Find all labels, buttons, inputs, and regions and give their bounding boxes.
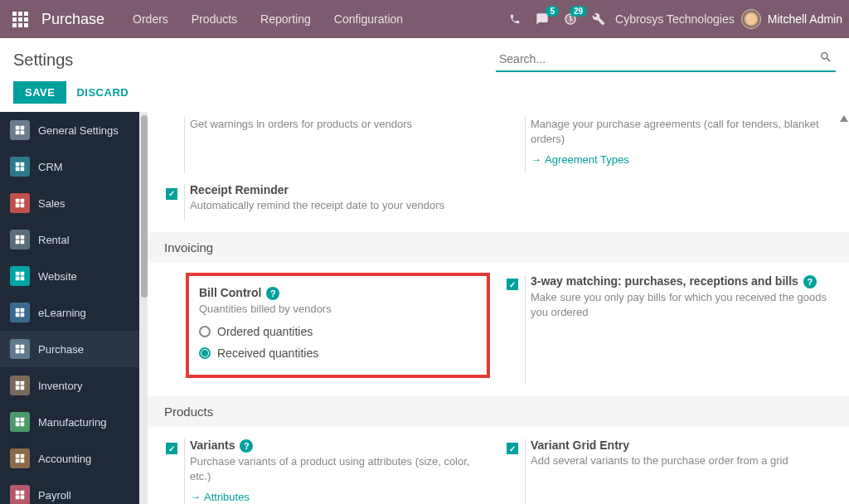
svg-rect-22 (16, 313, 20, 317)
svg-rect-4 (16, 162, 20, 167)
svg-rect-10 (16, 204, 20, 208)
sidebar-item-payroll[interactable]: Payroll (0, 477, 148, 504)
company-selector[interactable]: Cybrosys Technologies (615, 12, 735, 26)
nav-products[interactable]: Products (180, 12, 249, 26)
sidebar-item-manufacturing[interactable]: Manufacturing (0, 404, 148, 440)
svg-rect-9 (21, 199, 25, 203)
arrow-right-icon: → (190, 491, 201, 503)
help-icon[interactable]: ? (266, 287, 279, 300)
svg-rect-12 (16, 235, 20, 240)
messages-icon[interactable]: 5 (536, 12, 549, 26)
radio-ordered[interactable]: Ordered quantities (199, 325, 477, 338)
svg-rect-28 (16, 381, 20, 385)
sidebar-item-label: General Settings (38, 124, 119, 137)
module-icon (10, 266, 30, 286)
search-icon[interactable] (819, 51, 832, 64)
agreement-types-link[interactable]: → Agreement Types (531, 153, 629, 166)
svg-rect-7 (21, 167, 25, 172)
help-icon[interactable]: ? (803, 275, 817, 288)
svg-rect-40 (16, 491, 20, 495)
sidebar-item-label: CRM (38, 161, 63, 173)
module-icon (10, 412, 30, 432)
help-icon[interactable]: ? (240, 439, 253, 453)
radio-icon (199, 347, 211, 359)
settings-sidebar: General SettingsCRMSalesRentalWebsiteeLe… (0, 112, 148, 504)
svg-rect-27 (21, 350, 25, 354)
nav-orders[interactable]: Orders (121, 12, 180, 26)
radio-received[interactable]: Received quantities (199, 346, 477, 360)
section-invoicing: Invoicing (148, 232, 849, 263)
module-icon (10, 448, 30, 468)
sidebar-item-inventory[interactable]: Inventory (0, 367, 148, 404)
variants-desc: Purchase variants of a product using att… (190, 454, 490, 484)
sidebar-item-label: Website (38, 270, 77, 283)
threeway-title: 3-way matching: purchases, receptions an… (531, 274, 831, 288)
svg-rect-18 (16, 277, 20, 281)
module-icon (10, 193, 30, 213)
warnings-desc: Get warnings in orders for products or v… (190, 117, 490, 132)
sidebar-item-purchase[interactable]: Purchase (0, 331, 148, 367)
sidebar-scrollbar[interactable] (139, 112, 148, 504)
sidebar-item-label: Purchase (38, 343, 84, 356)
svg-rect-42 (16, 496, 20, 500)
svg-rect-16 (16, 272, 20, 276)
discard-button[interactable]: DISCARD (76, 86, 129, 99)
sidebar-item-elearning[interactable]: eLearning (0, 294, 148, 331)
nav-configuration[interactable]: Configuration (323, 12, 415, 26)
grid-entry-desc: Add several variants to the purchase ord… (531, 453, 831, 468)
svg-rect-17 (21, 272, 25, 276)
svg-rect-20 (16, 308, 20, 313)
sidebar-item-general-settings[interactable]: General Settings (0, 112, 148, 148)
search-input[interactable] (496, 47, 836, 72)
activities-icon[interactable]: 29 (564, 12, 577, 26)
grid-entry-checkbox[interactable] (507, 443, 518, 454)
bill-control-title: Bill Control ? (199, 286, 477, 300)
sidebar-item-website[interactable]: Website (0, 258, 148, 294)
top-navbar: Purchase Orders Products Reporting Confi… (0, 0, 849, 38)
page-title: Settings (13, 51, 73, 70)
threeway-checkbox[interactable] (507, 279, 518, 290)
receipt-reminder-title: Receipt Reminder (190, 183, 490, 196)
svg-rect-1 (21, 126, 25, 130)
receipt-reminder-checkbox[interactable] (166, 188, 177, 200)
module-icon (10, 303, 30, 322)
svg-rect-36 (16, 454, 20, 458)
phone-icon[interactable] (509, 13, 521, 25)
sidebar-item-rental[interactable]: Rental (0, 221, 148, 258)
app-title[interactable]: Purchase (41, 11, 104, 28)
sidebar-item-sales[interactable]: Sales (0, 185, 148, 221)
module-icon (10, 120, 30, 140)
content-scrollbar[interactable] (841, 112, 849, 504)
user-menu[interactable]: Mitchell Admin (741, 9, 842, 29)
main: General SettingsCRMSalesRentalWebsiteeLe… (0, 112, 849, 504)
save-button[interactable]: SAVE (13, 81, 66, 104)
nav-reporting[interactable]: Reporting (249, 12, 323, 26)
svg-rect-5 (21, 162, 25, 167)
agreements-desc: Manage your purchase agreements (call fo… (531, 117, 831, 147)
control-panel: Settings (0, 38, 849, 78)
sidebar-item-label: Payroll (38, 489, 71, 502)
grid-icon (12, 12, 28, 27)
svg-rect-31 (21, 386, 25, 390)
sidebar-item-label: Manufacturing (38, 416, 106, 429)
settings-content: Get warnings in orders for products or v… (148, 112, 849, 504)
sidebar-item-crm[interactable]: CRM (0, 148, 148, 185)
module-icon (10, 339, 30, 359)
apps-menu-button[interactable] (7, 6, 33, 32)
svg-rect-34 (16, 423, 20, 427)
module-icon (10, 230, 30, 250)
sidebar-item-label: Inventory (38, 380, 82, 392)
svg-rect-43 (21, 496, 25, 500)
attributes-link[interactable]: → Attributes (190, 491, 250, 503)
action-buttons: SAVE DISCARD (0, 78, 849, 112)
module-icon (10, 376, 30, 395)
variants-checkbox[interactable] (166, 443, 177, 454)
svg-rect-19 (21, 277, 25, 281)
svg-rect-3 (21, 131, 25, 135)
sidebar-item-accounting[interactable]: Accounting (0, 440, 148, 477)
svg-rect-23 (21, 313, 25, 317)
messages-badge: 5 (546, 6, 559, 17)
svg-rect-11 (21, 204, 25, 208)
svg-rect-2 (16, 131, 20, 135)
debug-icon[interactable] (592, 12, 605, 26)
